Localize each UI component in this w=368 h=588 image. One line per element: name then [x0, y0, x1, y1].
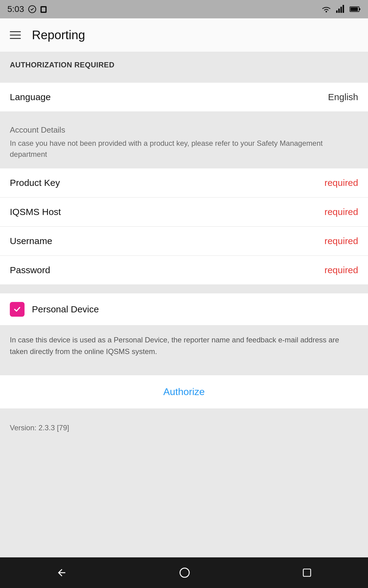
username-row[interactable]: Username required — [0, 227, 368, 256]
auth-header-text: AUTHORIZATION REQUIRED — [10, 61, 114, 69]
svg-rect-9 — [351, 7, 358, 11]
username-value: required — [324, 236, 358, 246]
status-bar: 5:03 — [0, 0, 368, 18]
language-label: Language — [10, 92, 51, 102]
svg-rect-12 — [303, 569, 311, 576]
personal-device-label: Personal Device — [32, 304, 99, 315]
app-bar: Reporting — [0, 18, 368, 52]
svg-rect-6 — [340, 7, 342, 13]
pocket-icon — [28, 5, 36, 13]
sim-icon — [40, 5, 48, 13]
wifi-icon — [321, 5, 332, 13]
auth-section-header: AUTHORIZATION REQUIRED — [0, 52, 368, 78]
status-icons — [28, 5, 48, 13]
spacer-5 — [0, 409, 368, 414]
password-value: required — [324, 265, 358, 275]
home-button[interactable] — [167, 562, 202, 583]
status-time: 5:03 — [7, 4, 24, 14]
svg-rect-5 — [338, 9, 340, 13]
svg-rect-4 — [336, 10, 338, 13]
spacer-2 — [0, 112, 368, 117]
version-block: Version: 2.3.3 [79] — [0, 414, 368, 557]
back-button[interactable] — [44, 562, 79, 583]
svg-point-3 — [326, 11, 327, 13]
language-value: English — [328, 92, 358, 102]
personal-device-checkbox[interactable] — [10, 302, 25, 317]
recent-icon — [302, 568, 312, 578]
password-row[interactable]: Password required — [0, 256, 368, 285]
iqsms-host-value: required — [324, 207, 358, 217]
password-label: Password — [10, 265, 50, 275]
iqsms-host-row[interactable]: IQSMS Host required — [0, 198, 368, 227]
product-key-value: required — [324, 178, 358, 188]
back-icon — [56, 567, 67, 578]
product-key-label: Product Key — [10, 178, 60, 188]
status-bar-left: 5:03 — [7, 4, 48, 14]
spacer-3 — [0, 285, 368, 293]
language-row[interactable]: Language English — [0, 83, 368, 112]
signal-icon — [336, 5, 345, 13]
account-details-desc: In case you have not been provided with … — [10, 138, 358, 166]
hamburger-menu-icon[interactable] — [10, 31, 21, 39]
svg-rect-10 — [359, 8, 360, 10]
personal-device-row[interactable]: Personal Device — [0, 293, 368, 326]
svg-point-11 — [180, 568, 189, 577]
authorize-button[interactable]: Authorize — [163, 386, 205, 398]
battery-icon — [350, 6, 361, 13]
version-text: Version: 2.3.3 [79] — [10, 424, 69, 432]
account-details-section: Account Details In case you have not bee… — [0, 117, 368, 168]
personal-device-info-block: In case this device is used as a Persona… — [0, 326, 368, 366]
personal-device-info-text: In case this device is used as a Persona… — [10, 336, 339, 356]
status-bar-right — [321, 5, 361, 13]
svg-rect-2 — [42, 7, 45, 12]
spacer-4 — [0, 366, 368, 375]
home-icon — [179, 567, 190, 578]
spacer-1 — [0, 78, 368, 83]
checkmark-icon — [13, 305, 21, 314]
svg-rect-7 — [343, 5, 344, 13]
page-title: Reporting — [32, 28, 85, 42]
product-key-row[interactable]: Product Key required — [0, 168, 368, 198]
authorize-row: Authorize — [0, 375, 368, 409]
username-label: Username — [10, 236, 52, 246]
account-details-title: Account Details — [10, 125, 358, 135]
bottom-nav — [0, 557, 368, 588]
recent-button[interactable] — [290, 563, 324, 582]
iqsms-host-label: IQSMS Host — [10, 207, 61, 217]
